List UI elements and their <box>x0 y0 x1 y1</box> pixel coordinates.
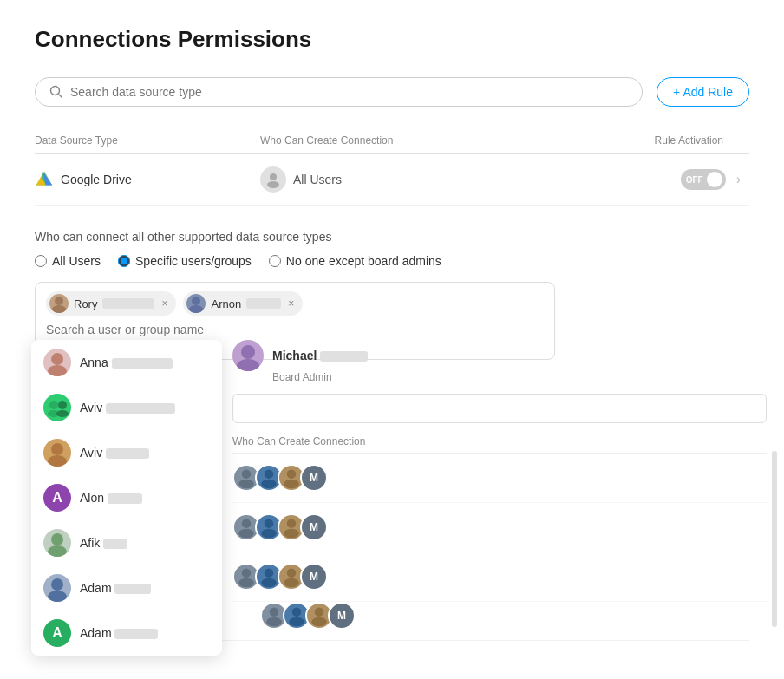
table-row: Google Drive All Users OFF › <box>35 154 749 206</box>
svg-line-1 <box>59 95 62 98</box>
anna-avatar <box>43 349 71 376</box>
side-panel-search-input[interactable] <box>244 402 755 415</box>
radio-no-one-input[interactable] <box>269 255 281 267</box>
svg-point-38 <box>238 578 254 588</box>
svg-point-39 <box>265 568 274 578</box>
dropdown-item-adam1[interactable]: Adam <box>31 565 222 610</box>
michael-row: Michael <box>232 340 767 371</box>
search-add-row: + Add Rule <box>35 77 749 107</box>
dropdown-item-afik-name: Afik <box>80 536 127 550</box>
sf-av-4: M <box>328 602 356 630</box>
toggle-label: OFF <box>686 175 703 185</box>
avatar-stack-1: M <box>232 464 328 492</box>
chevron-right-icon[interactable]: › <box>736 172 741 187</box>
rory-name: Rory <box>74 297 97 310</box>
radio-specific-input[interactable] <box>118 255 130 267</box>
connections-permissions-page: Connections Permissions + Add Rule Data … <box>0 0 784 679</box>
av-1-4: M <box>300 464 328 492</box>
radio-all-users[interactable]: All Users <box>35 254 101 268</box>
avatar-stack-2: M <box>232 513 328 541</box>
col-header-who: Who Can Create Connection <box>260 134 593 147</box>
table-header: Data Source Type Who Can Create Connecti… <box>35 127 749 154</box>
who-cell: All Users <box>260 166 593 193</box>
arnon-name: Arnon <box>211 297 241 310</box>
radio-no-one[interactable]: No one except board admins <box>269 254 441 268</box>
arnon-remove-icon[interactable]: × <box>288 297 294 310</box>
user-tag-arnon: Arnon × <box>183 291 303 316</box>
svg-point-24 <box>237 359 259 371</box>
svg-point-42 <box>284 578 299 588</box>
radio-group: All Users Specific users/groups No one e… <box>35 254 749 268</box>
svg-point-12 <box>48 365 67 376</box>
adam2-blurred <box>114 629 158 639</box>
svg-point-0 <box>51 87 60 95</box>
add-rule-button[interactable]: + Add Rule <box>657 77 749 107</box>
salesforce-who-cell: M <box>260 602 749 630</box>
arnon-blurred <box>246 298 281 309</box>
svg-point-34 <box>261 529 277 539</box>
radio-no-one-label: No one except board admins <box>286 254 441 268</box>
svg-point-17 <box>51 443 63 455</box>
search-input[interactable] <box>70 85 628 99</box>
svg-point-47 <box>315 607 324 617</box>
svg-point-30 <box>284 480 299 489</box>
adam1-avatar <box>43 574 71 602</box>
rory-remove-icon[interactable]: × <box>161 297 167 310</box>
user-dropdown-list: Anna Aviv <box>31 340 222 656</box>
svg-point-33 <box>265 519 274 528</box>
anna-blurred <box>112 358 173 369</box>
datasource-label: Google Drive <box>61 173 132 186</box>
scrollbar[interactable] <box>772 451 777 627</box>
svg-point-44 <box>266 617 282 627</box>
svg-point-9 <box>192 297 200 305</box>
svg-point-29 <box>287 469 297 479</box>
tags-row: Rory × Arnon × <box>46 291 544 316</box>
radio-specific[interactable]: Specific users/groups <box>118 254 252 268</box>
datasource-name-cell: Google Drive <box>35 170 260 189</box>
svg-point-40 <box>261 578 277 588</box>
dropdown-item-afik[interactable]: Afik <box>31 520 222 565</box>
dropdown-item-aviv2[interactable]: Aviv <box>31 430 222 475</box>
col-header-rule: Rule Activation <box>593 134 749 147</box>
av-2-4: M <box>300 513 328 541</box>
svg-point-32 <box>238 529 254 539</box>
svg-point-15 <box>58 401 67 409</box>
who-label: All Users <box>293 173 342 186</box>
alon-avatar: A <box>43 484 71 512</box>
user-tag-rory: Rory × <box>46 291 176 316</box>
sub-row-1: M <box>232 454 767 503</box>
sub-table-header-label: Who Can Create Connection <box>232 435 365 447</box>
michael-avatar <box>232 340 264 371</box>
dropdown-item-anna-name: Anna <box>80 356 173 369</box>
radio-all-users-label: All Users <box>52 254 101 268</box>
aviv2-avatar <box>43 439 71 467</box>
svg-point-22 <box>48 591 67 602</box>
aviv2-blurred <box>106 448 149 459</box>
dropdown-item-adam1-name: Adam <box>80 581 151 595</box>
dropdown-item-alon[interactable]: A Alon <box>31 475 222 520</box>
svg-point-35 <box>287 519 297 528</box>
avatar-stack-3: M <box>232 563 328 591</box>
adam2-avatar: A <box>43 619 71 647</box>
sub-table-header: Who Can Create Connection <box>232 435 767 454</box>
svg-point-31 <box>242 519 252 528</box>
user-group-search-input[interactable] <box>46 323 237 336</box>
afik-avatar <box>43 529 71 557</box>
alon-blurred <box>108 493 142 504</box>
adam1-blurred <box>114 584 151 594</box>
radio-all-users-input[interactable] <box>35 255 47 267</box>
arnon-avatar <box>186 294 206 313</box>
dropdown-item-aviv1[interactable]: Aviv <box>31 385 222 430</box>
svg-point-6 <box>267 181 279 188</box>
dropdown-item-anna[interactable]: Anna <box>31 340 222 385</box>
rule-toggle[interactable]: OFF <box>681 169 726 190</box>
aviv1-avatar <box>43 394 71 421</box>
salesforce-avatar-stack: M <box>260 602 749 630</box>
all-users-avatar <box>260 166 286 193</box>
svg-point-25 <box>242 469 252 479</box>
svg-point-45 <box>292 607 302 617</box>
dropdown-item-adam2[interactable]: A Adam <box>31 610 222 656</box>
svg-point-8 <box>52 305 66 313</box>
page-title: Connections Permissions <box>35 26 749 53</box>
side-panel-input-box[interactable] <box>232 394 767 423</box>
